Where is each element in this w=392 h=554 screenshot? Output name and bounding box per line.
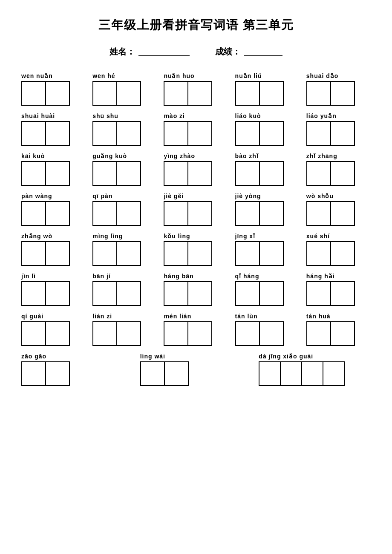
char-box[interactable] [235, 121, 260, 146]
char-box[interactable] [330, 81, 355, 106]
pinyin-label: jiè yòng [235, 193, 261, 199]
word-item: wò shǒu [306, 193, 371, 226]
char-box[interactable] [140, 361, 165, 386]
char-box[interactable] [92, 281, 117, 306]
char-box[interactable] [45, 361, 70, 386]
char-box[interactable] [306, 321, 331, 346]
char-boxes [92, 121, 140, 146]
char-box[interactable] [116, 121, 141, 146]
score-line[interactable] [244, 48, 282, 56]
char-box[interactable] [235, 281, 260, 306]
char-box[interactable] [164, 81, 188, 106]
char-box[interactable] [164, 321, 188, 346]
char-box[interactable] [116, 201, 141, 226]
char-box[interactable] [92, 201, 117, 226]
char-box[interactable] [164, 361, 189, 386]
student-info: 姓名： 成绩： [21, 46, 371, 58]
char-box[interactable] [21, 241, 46, 266]
char-box[interactable] [45, 281, 70, 306]
char-box[interactable] [21, 201, 46, 226]
char-box[interactable] [330, 281, 355, 306]
char-box[interactable] [92, 241, 117, 266]
char-box[interactable] [306, 161, 331, 186]
char-box[interactable] [21, 321, 46, 346]
char-box[interactable] [259, 81, 284, 106]
word-row: shuāi huàishū shumào ziliáo kuòliáo yuǎn [21, 113, 371, 146]
char-box[interactable] [116, 281, 141, 306]
char-box[interactable] [21, 361, 46, 386]
char-box[interactable] [280, 361, 302, 386]
char-box[interactable] [187, 321, 212, 346]
char-box[interactable] [323, 361, 345, 386]
char-box[interactable] [235, 201, 260, 226]
char-box[interactable] [45, 321, 70, 346]
pinyin-label: mìng lìng [92, 233, 123, 239]
char-box[interactable] [45, 121, 70, 146]
char-box[interactable] [330, 201, 355, 226]
char-box[interactable] [45, 81, 70, 106]
char-box[interactable] [306, 121, 331, 146]
char-box[interactable] [45, 201, 70, 226]
char-box[interactable] [235, 241, 260, 266]
char-box[interactable] [259, 281, 284, 306]
char-boxes [21, 321, 69, 346]
char-box[interactable] [235, 321, 260, 346]
char-box[interactable] [306, 281, 331, 306]
char-box[interactable] [259, 241, 284, 266]
pinyin-label: tán huà [306, 313, 331, 320]
char-box[interactable] [164, 201, 188, 226]
char-box[interactable] [21, 121, 46, 146]
char-box[interactable] [306, 81, 331, 106]
name-line[interactable] [138, 48, 190, 56]
char-box[interactable] [21, 161, 46, 186]
char-box[interactable] [306, 241, 331, 266]
words-grid: wēn nuǎnwēn hénuǎn huonuǎn liúshuāi dǎos… [21, 72, 371, 390]
char-box[interactable] [45, 161, 70, 186]
char-box[interactable] [164, 161, 188, 186]
char-box[interactable] [330, 161, 355, 186]
char-box[interactable] [92, 321, 117, 346]
char-box[interactable] [21, 81, 46, 106]
char-box[interactable] [306, 201, 331, 226]
word-item: yìng zhào [164, 153, 228, 186]
char-box[interactable] [187, 241, 212, 266]
word-item: bān jí [92, 273, 157, 306]
char-box[interactable] [259, 361, 281, 386]
word-row: kāi kuòguǎng kuòyìng zhàobào zhǐzhǐ zhān… [21, 153, 371, 186]
char-box[interactable] [164, 241, 188, 266]
char-box[interactable] [259, 161, 284, 186]
char-box[interactable] [116, 321, 141, 346]
word-item: qī pàn [92, 193, 157, 226]
char-box[interactable] [187, 161, 212, 186]
char-boxes [92, 281, 140, 306]
char-box[interactable] [116, 81, 141, 106]
char-box[interactable] [164, 121, 188, 146]
word-item: jiè yòng [235, 193, 300, 226]
char-box[interactable] [21, 281, 46, 306]
char-box[interactable] [164, 281, 188, 306]
char-box[interactable] [187, 81, 212, 106]
char-box[interactable] [330, 241, 355, 266]
char-box[interactable] [235, 81, 260, 106]
char-box[interactable] [187, 121, 212, 146]
word-item: shuāi dǎo [306, 72, 371, 106]
char-box[interactable] [45, 241, 70, 266]
char-box[interactable] [116, 161, 141, 186]
char-box[interactable] [187, 281, 212, 306]
pinyin-label: qǐ háng [235, 273, 259, 280]
char-box[interactable] [301, 361, 323, 386]
char-box[interactable] [187, 201, 212, 226]
char-box[interactable] [92, 161, 117, 186]
char-box[interactable] [330, 121, 355, 146]
char-box[interactable] [92, 121, 117, 146]
char-box[interactable] [92, 81, 117, 106]
char-box[interactable] [259, 121, 284, 146]
char-box[interactable] [116, 241, 141, 266]
pinyin-label: liáo kuò [235, 113, 261, 119]
char-box[interactable] [235, 161, 260, 186]
char-box[interactable] [330, 321, 355, 346]
char-box[interactable] [259, 321, 284, 346]
char-boxes [235, 321, 283, 346]
pinyin-label: jìn lì [21, 273, 36, 280]
char-box[interactable] [259, 201, 284, 226]
